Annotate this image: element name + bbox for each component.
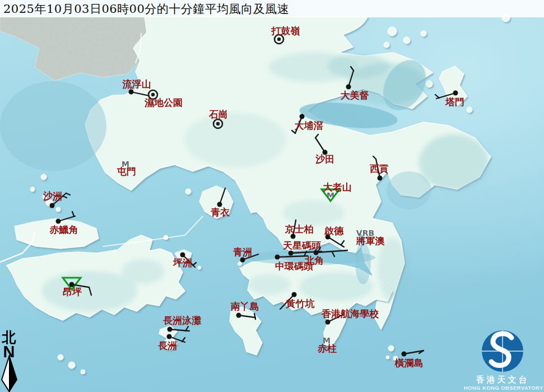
station-label: 黃竹坑 [286, 298, 315, 309]
station-dot [453, 91, 458, 96]
station-label: 赤鱲角 [49, 224, 78, 235]
station-dot [129, 90, 134, 95]
station-label: 大老山 [323, 181, 352, 193]
wind-map-page: 打鼓嶺流浮山濕地公園石崗大美督塔門大埔滘沙田西貢M大老山M屯門沙洲赤鱲角青衣京士… [0, 0, 544, 392]
station-dot [346, 85, 351, 90]
station-label: 大埔滘 [295, 120, 323, 131]
station-label: 西貢 [369, 163, 389, 174]
title-bar: 2025年10月03日06時00分的十分鐘平均風向及風速 [0, 0, 544, 17]
station-label: 打鼓嶺 [271, 25, 300, 36]
station-dot [292, 292, 297, 297]
station-dot [300, 114, 305, 119]
station-dot [167, 334, 172, 339]
calm-wind-icon [277, 38, 281, 41]
station-label: 橫瀾島 [394, 357, 424, 368]
station-dot [168, 327, 173, 332]
station-label: 赤柱 [317, 343, 337, 354]
hong-kong-wind-map: 打鼓嶺流浮山濕地公園石崗大美督塔門大埔滘沙田西貢M大老山M屯門沙洲赤鱲角青衣京士… [0, 0, 544, 392]
station-label: 南丫島 [231, 301, 259, 312]
station-label: 屯門 [117, 166, 136, 177]
station-dot [378, 176, 383, 181]
station-label: 長洲 [158, 340, 177, 351]
station-dot [326, 320, 331, 325]
station-dot [50, 203, 55, 208]
map-title: 2025年10月03日06時00分的十分鐘平均風向及風速 [3, 1, 289, 17]
calm-wind-icon [151, 93, 155, 96]
hko-name-en: HONG KONG OBSERVATORY [464, 385, 543, 391]
station-label: 香港航海學校 [321, 308, 379, 319]
station-label: 坪洲 [173, 257, 192, 268]
station-dot [56, 219, 61, 224]
calm-wind-icon [216, 122, 220, 125]
station-label: 昂坪 [63, 286, 82, 297]
station-label: 流浮山 [122, 78, 151, 90]
station-label: 中環碼頭 [275, 260, 313, 272]
station-dot [289, 251, 294, 256]
station-dot [402, 352, 407, 357]
station-dot [236, 313, 241, 318]
station-label: 塔門 [445, 96, 464, 108]
station-label: 沙洲 [43, 190, 62, 202]
station-label: 青衣 [211, 207, 230, 218]
station-label: 長洲泳灘 [163, 315, 202, 326]
station-label: 濕地公園 [144, 97, 183, 108]
station-label: 將軍澳 [356, 235, 385, 246]
station-label: 啟德 [324, 225, 344, 236]
map-base [0, 0, 544, 392]
station-label: 青洲 [233, 246, 252, 258]
station-dot [240, 258, 245, 263]
station-dot [275, 255, 280, 260]
station-label: 京士柏 [285, 223, 314, 235]
hko-name-zh: 香港天文台 [476, 375, 529, 385]
station-label: 大美督 [341, 90, 369, 101]
station-label: 沙田 [315, 153, 334, 165]
station-label: 天星碼頭 [282, 240, 321, 251]
station-label: 石崗 [208, 109, 228, 120]
